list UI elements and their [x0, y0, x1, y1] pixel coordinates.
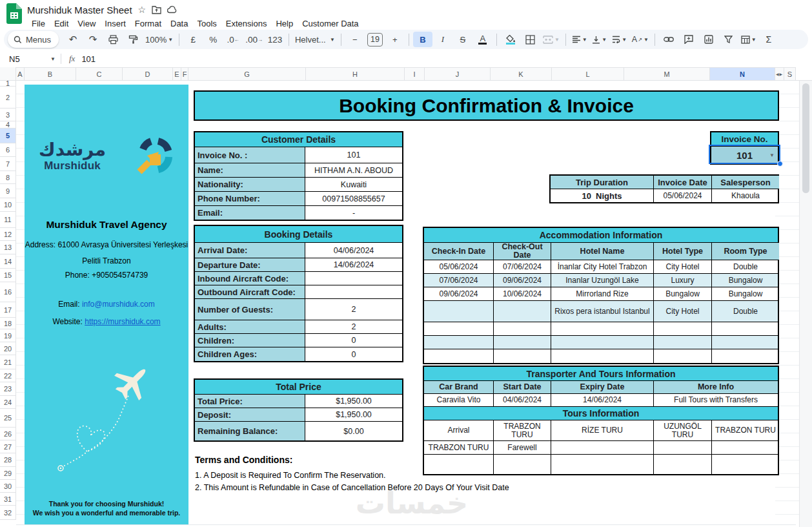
percent-format-button[interactable]: %	[203, 32, 223, 47]
field-value-cell[interactable]	[305, 272, 402, 285]
horizontal-align-button[interactable]: ▼	[570, 32, 589, 47]
insert-link-button[interactable]	[659, 32, 678, 47]
cell[interactable]: 09/06/2024	[424, 287, 493, 300]
currency-format-button[interactable]: £	[183, 32, 203, 47]
cell[interactable]: Luxury	[653, 274, 711, 287]
field-label-cell[interactable]: Outbound Aircraft Code:	[195, 285, 305, 298]
text-rotation-button[interactable]: A↗▼	[630, 32, 651, 47]
cell[interactable]: Caravila Vito	[424, 394, 493, 406]
column-header[interactable]: J	[425, 67, 491, 81]
font-size-input[interactable]: 19	[367, 33, 383, 46]
header-cell[interactable]: Invoice Date	[653, 176, 711, 189]
cell[interactable]: 14/06/2024	[551, 394, 653, 406]
field-value-cell[interactable]: 14/06/2024	[305, 258, 402, 271]
field-value-cell[interactable]	[305, 285, 402, 298]
invoice-title-banner[interactable]: Booking Confirmation & Invoice	[194, 90, 779, 121]
field-value-cell[interactable]: -	[305, 206, 402, 220]
row-header[interactable]: 18	[0, 318, 16, 329]
row-header[interactable]: 16	[0, 282, 16, 302]
website-link[interactable]: https://murshiduk.com	[85, 317, 160, 326]
column-header[interactable]: F	[181, 67, 188, 81]
row-header[interactable]: 8	[0, 171, 16, 184]
cell[interactable]	[653, 455, 711, 474]
header-cell[interactable]: More Info	[653, 381, 778, 393]
row-header[interactable]: 32	[0, 506, 16, 520]
cell[interactable]: 10/06/2024	[493, 287, 551, 300]
column-header[interactable]: M	[624, 67, 710, 81]
row-header[interactable]: 27	[0, 440, 16, 453]
number-format-button[interactable]: 123	[265, 32, 285, 47]
field-value-cell[interactable]: Kuwaiti	[305, 178, 402, 191]
header-cell[interactable]: Check-In Date	[424, 243, 493, 260]
column-header[interactable]: K	[491, 67, 552, 81]
field-value-cell[interactable]: $1,950.00	[305, 408, 402, 421]
column-header[interactable]: L	[552, 67, 624, 81]
row-header[interactable]: 11	[0, 212, 16, 228]
empty-column-a[interactable]	[16, 81, 25, 524]
table-views-button[interactable]: ▼	[739, 32, 758, 47]
star-icon[interactable]: ☆	[138, 5, 147, 15]
terms-title[interactable]: Terms and Conditions:	[195, 455, 582, 465]
cell[interactable]: UZUNGÖL TURU	[653, 420, 711, 440]
menu-item[interactable]: Tools	[192, 17, 221, 30]
menu-item[interactable]: Insert	[100, 17, 130, 30]
selection-fill-handle[interactable]	[777, 161, 783, 167]
field-label-cell[interactable]: Name:	[195, 163, 305, 177]
menu-item[interactable]: Edit	[50, 17, 73, 30]
field-label-cell[interactable]: Inbound Aircraft Code:	[195, 272, 305, 285]
cell[interactable]	[653, 336, 711, 349]
cell[interactable]: TRABZON TURU	[424, 441, 493, 454]
cell[interactable]: Arrival	[424, 420, 493, 440]
paint-format-button[interactable]	[123, 32, 143, 47]
row-header[interactable]: 17	[0, 302, 16, 318]
header-cell[interactable]: Expiry Date	[551, 381, 653, 393]
field-label-cell[interactable]: Departure Date:	[195, 258, 305, 271]
menus-search[interactable]: Menus	[8, 31, 59, 48]
field-label-cell[interactable]: Email:	[195, 206, 305, 220]
field-value-cell[interactable]: $0.00	[305, 422, 402, 440]
cell[interactable]: Bungalow	[711, 287, 779, 300]
header-cell[interactable]: Hotel Type	[653, 243, 711, 260]
field-value-cell[interactable]: 0	[305, 347, 402, 361]
cell[interactable]: Double	[711, 301, 779, 322]
field-label-cell[interactable]: Adults:	[195, 320, 305, 333]
field-value-cell[interactable]: 101	[305, 147, 402, 163]
formula-input[interactable]: 101	[81, 54, 96, 64]
hidden-columns-expand[interactable]: ◀▶	[775, 67, 784, 81]
field-value-cell[interactable]: HITHAM A.N. ABOUD	[305, 163, 402, 177]
cell[interactable]: Farewell	[493, 441, 551, 454]
insert-chart-button[interactable]	[699, 32, 718, 47]
cell[interactable]: Bungalow	[653, 287, 711, 300]
cell[interactable]	[424, 336, 493, 349]
terms-item[interactable]: 1. A Deposit is Required To Confirm The …	[195, 470, 582, 482]
field-label-cell[interactable]: Children:	[195, 334, 305, 347]
cell[interactable]	[493, 301, 551, 322]
column-header[interactable]: A	[16, 67, 25, 81]
insert-comment-button[interactable]	[679, 32, 698, 47]
value-cell[interactable]: 05/06/2024	[653, 189, 711, 202]
column-header-overflow[interactable]: S	[784, 67, 796, 81]
increase-font-size-button[interactable]: +	[385, 32, 405, 47]
cell[interactable]	[493, 322, 551, 335]
row-header[interactable]: 31	[0, 493, 16, 506]
italic-button[interactable]: I	[433, 32, 452, 47]
name-box[interactable]: N5▼	[0, 54, 61, 64]
cell[interactable]: Mirrorland Rize	[551, 287, 653, 300]
row-header[interactable]: 9	[0, 184, 16, 198]
document-title[interactable]: Murshiduk Master Sheet	[27, 5, 132, 16]
column-header[interactable]: E	[173, 67, 181, 81]
cell[interactable]	[711, 336, 779, 349]
menu-item[interactable]: Data	[166, 17, 192, 30]
row-header[interactable]: 30	[0, 480, 16, 493]
fill-color-button[interactable]	[501, 32, 520, 47]
header-cell[interactable]: Check-Out Date	[493, 243, 551, 260]
menu-item[interactable]: Customer Data	[298, 17, 363, 30]
select-all-corner[interactable]	[0, 67, 16, 81]
cell[interactable]	[653, 322, 711, 335]
cell[interactable]: Double	[711, 260, 779, 273]
cell[interactable]	[711, 322, 779, 335]
row-header[interactable]: 24	[0, 396, 16, 409]
strikethrough-button[interactable]: S	[453, 32, 472, 47]
email-link[interactable]: info@murshiduk.com	[82, 300, 155, 309]
bold-button[interactable]: B	[413, 32, 432, 47]
